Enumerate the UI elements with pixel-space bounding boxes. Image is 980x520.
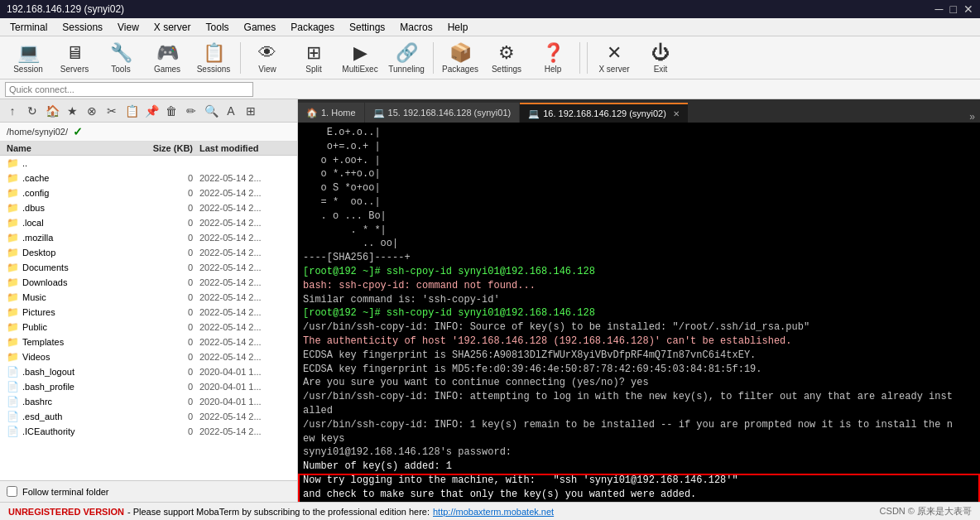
menu-sessions[interactable]: Sessions <box>55 20 109 35</box>
toolbar-btn-games[interactable]: 🎮Games <box>146 39 189 77</box>
watermark: CSDN © 原来是大表哥 <box>880 505 972 518</box>
file-paste-button[interactable]: 📌 <box>142 102 161 120</box>
file-grid-button[interactable]: ⊞ <box>242 102 260 120</box>
terminal-line: = * oo..| <box>303 195 975 209</box>
tab-16[interactable]: 💻 16. 192.168.146.129 (synyi02) ✕ <box>520 103 688 123</box>
restore-button[interactable]: □ <box>950 2 957 16</box>
file-up-button[interactable]: ↑ <box>3 102 22 120</box>
file-size: 0 <box>142 173 199 183</box>
terminal[interactable]: E.o+.o..| o+=.o.+ | o +.oo+. | o *.++o.o… <box>298 123 980 502</box>
terminal-line: synyi01@192.168.146.128's password: <box>303 445 975 460</box>
toolbar-btn-sessions[interactable]: 📋Sessions <box>192 39 235 77</box>
menu-macros[interactable]: Macros <box>393 20 439 35</box>
file-name: Public <box>22 322 142 332</box>
file-rename-button[interactable]: ✏ <box>182 102 200 120</box>
title-bar: 192.168.146.129 (synyi02) ─ □ ✕ <box>0 0 980 18</box>
menu-packages[interactable]: Packages <box>284 20 341 35</box>
status-message: - Please support MobaTerm by subscribing… <box>127 507 430 517</box>
toolbar-btn-session[interactable]: 💻Session <box>7 39 50 77</box>
tab-home[interactable]: 🏠 1. Home <box>298 103 364 123</box>
file-row[interactable]: 📁 Public 0 2022-05-14 2... <box>0 320 297 335</box>
file-row[interactable]: 📁 Documents 0 2022-05-14 2... <box>0 260 297 275</box>
menu-help[interactable]: Help <box>441 20 475 35</box>
file-row[interactable]: 📄 .bash_logout 0 2020-04-01 1... <box>0 364 297 379</box>
file-cut-button[interactable]: ✂ <box>103 102 121 120</box>
toolbar-btn-packages[interactable]: 📦Packages <box>439 39 482 77</box>
file-date: 2022-05-14 2... <box>199 203 291 213</box>
toolbar-btn-exit[interactable]: ⏻Exit <box>639 39 682 77</box>
file-row[interactable]: 📁 Music 0 2022-05-14 2... <box>0 290 297 305</box>
toolbar-btn-x-server[interactable]: ✕X server <box>593 39 636 77</box>
file-row[interactable]: 📁 Downloads 0 2022-05-14 2... <box>0 275 297 290</box>
toolbar-btn-help[interactable]: ❓Help <box>531 39 574 77</box>
file-row[interactable]: 📄 .bash_profile 0 2020-04-01 1... <box>0 379 297 394</box>
toolbar-btn-tunneling[interactable]: 🔗Tunneling <box>385 39 428 77</box>
file-name: .mozilla <box>22 233 142 243</box>
terminal-line: ----[SHA256]-----+ <box>303 251 975 265</box>
close-button[interactable]: ✕ <box>963 2 973 16</box>
mobatek-link[interactable]: http://mobaxterm.mobatek.net <box>433 507 554 517</box>
terminal-line: /usr/bin/ssh-copy-id: INFO: Source of ke… <box>303 320 975 335</box>
quick-connect-input[interactable] <box>5 82 253 97</box>
terminal-line: .. oo| <box>303 237 975 251</box>
file-row[interactable]: 📁 Videos 0 2022-05-14 2... <box>0 349 297 364</box>
tab-16-close[interactable]: ✕ <box>673 109 680 118</box>
terminal-line: Are you sure you want to continue connec… <box>303 376 975 390</box>
menu-view[interactable]: View <box>111 20 146 35</box>
file-date: 2022-05-14 2... <box>199 337 291 347</box>
file-row[interactable]: 📁 Desktop 0 2022-05-14 2... <box>0 245 297 260</box>
file-date: 2022-05-14 2... <box>199 248 291 258</box>
file-row[interactable]: 📁 .local 0 2022-05-14 2... <box>0 215 297 230</box>
file-copy-button[interactable]: 📋 <box>122 102 141 120</box>
file-stop-button[interactable]: ⊗ <box>83 102 101 120</box>
file-date: 2022-05-14 2... <box>199 188 291 198</box>
terminal-line: alled <box>303 404 975 418</box>
menu-terminal[interactable]: Terminal <box>3 20 54 35</box>
menu-x server[interactable]: X server <box>147 20 198 35</box>
menu-tools[interactable]: Tools <box>199 20 236 35</box>
file-name: .config <box>22 188 142 198</box>
window-controls[interactable]: ─ □ ✕ <box>935 2 973 16</box>
file-row[interactable]: 📄 .bashrc 0 2020-04-01 1... <box>0 394 297 409</box>
menu-settings[interactable]: Settings <box>343 20 392 35</box>
file-row[interactable]: 📁 Templates 0 2022-05-14 2... <box>0 335 297 349</box>
file-date: 2022-05-14 2... <box>199 262 291 272</box>
file-row[interactable]: 📄 .ICEauthority 0 2022-05-14 2... <box>0 424 297 439</box>
file-search-button[interactable]: 🔍 <box>202 102 220 120</box>
file-row[interactable]: 📁 .dbus 0 2022-05-14 2... <box>0 200 297 215</box>
follow-terminal-checkbox[interactable] <box>7 486 17 497</box>
follow-terminal-label: Follow terminal folder <box>22 487 109 497</box>
toolbar-btn-tools[interactable]: 🔧Tools <box>99 39 142 77</box>
file-date: 2022-05-14 2... <box>199 352 291 362</box>
file-name: .esd_auth <box>22 412 142 421</box>
toolbar-btn-multiexec[interactable]: ▶MultiExec <box>339 39 382 77</box>
col-name-header: Name <box>7 143 142 153</box>
unregistered-label: UNREGISTERED VERSION <box>8 507 124 517</box>
file-name: .dbus <box>22 203 142 213</box>
file-home-button[interactable]: 🏠 <box>43 102 61 120</box>
file-row[interactable]: 📁 .config 0 2022-05-14 2... <box>0 185 297 200</box>
file-size: 0 <box>142 218 199 228</box>
toolbar-btn-settings[interactable]: ⚙Settings <box>485 39 528 77</box>
file-bookmark-button[interactable]: ★ <box>63 102 81 120</box>
toolbar-btn-view[interactable]: 👁View <box>246 39 289 77</box>
file-row[interactable]: 📁 .mozilla 0 2022-05-14 2... <box>0 230 297 245</box>
file-delete-button[interactable]: 🗑 <box>162 102 180 120</box>
file-size: 0 <box>142 203 199 213</box>
toolbar-btn-split[interactable]: ⊞Split <box>292 39 335 77</box>
current-path: /home/synyi02/ <box>7 127 68 137</box>
file-row[interactable]: 📄 .esd_auth 0 2022-05-14 2... <box>0 409 297 424</box>
toolbar-btn-servers[interactable]: 🖥Servers <box>53 39 96 77</box>
file-refresh-button[interactable]: ↻ <box>23 102 41 120</box>
tab-nav-right[interactable]: » <box>964 111 980 123</box>
tab-15[interactable]: 💻 15. 192.168.146.128 (synyi01) <box>365 103 520 123</box>
menu-games[interactable]: Games <box>238 20 283 35</box>
tab-16-label: 16. 192.168.146.129 (synyi02) <box>543 108 666 118</box>
file-date: 2022-05-14 2... <box>199 307 291 317</box>
file-row[interactable]: 📁 Pictures 0 2022-05-14 2... <box>0 305 297 320</box>
file-row[interactable]: 📁 .cache 0 2022-05-14 2... <box>0 171 297 185</box>
minimize-button[interactable]: ─ <box>935 2 944 16</box>
file-text-button[interactable]: A <box>222 102 240 120</box>
file-row[interactable]: 📁 .. <box>0 156 297 171</box>
file-size: 0 <box>142 352 199 362</box>
